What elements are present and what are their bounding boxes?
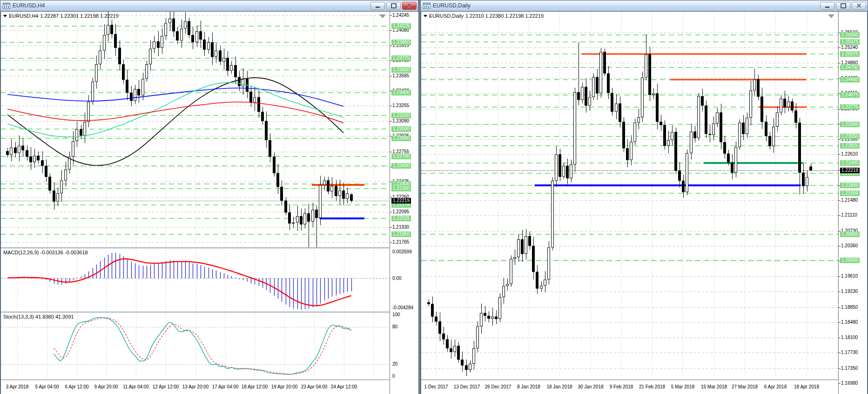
- price-axis-label: 1.23255: [392, 103, 409, 109]
- level-price-label: 1.23950: [391, 40, 411, 45]
- minimize-button[interactable]: [820, 2, 834, 10]
- price-axis-label: 1.21480: [841, 197, 858, 203]
- stoch-axis-label: 0: [392, 374, 395, 379]
- time-axis-label: 24 Apr 12:00: [331, 384, 357, 389]
- close-button[interactable]: [402, 2, 417, 10]
- quote-symbol: EURUSD,H4: [9, 13, 39, 19]
- h4-macd-canvas[interactable]: [1, 248, 390, 312]
- price-tick: [839, 139, 841, 140]
- restore-button[interactable]: [836, 2, 850, 10]
- symbol-dropdown-icon[interactable]: [424, 15, 427, 17]
- stoch-axis-label: 20: [392, 361, 397, 367]
- macd-axis-label: 0.00: [392, 276, 401, 281]
- price-tick: [839, 276, 841, 277]
- price-tick: [390, 76, 392, 76]
- chart-window-eurusd-h4[interactable]: EURUSD,H4 EURUSD,H4 1.22287 1.22301 1.22…: [0, 0, 418, 394]
- price-axis[interactable]: 1.256101.252401.248601.244801.241101.237…: [838, 12, 867, 394]
- price-tick: [390, 121, 392, 122]
- quote-ohlc: 1.22310 1.22380 1.22198 1.22219: [465, 13, 544, 19]
- symbol-dropdown-icon[interactable]: [3, 15, 7, 17]
- price-tick: [390, 227, 392, 228]
- chart-window-icon: [423, 3, 431, 9]
- quote-symbol: EURUSD,Daily: [429, 13, 464, 19]
- chart-window-icon: [3, 3, 10, 9]
- price-axis-label: 1.17730: [841, 350, 858, 355]
- level-price-label: 1.22900: [391, 136, 411, 141]
- price-axis-label: 1.18850: [841, 305, 858, 310]
- price-axis[interactable]: 0.0026990.00-0.004284100802001.242451.24…: [390, 12, 418, 394]
- price-tick: [839, 292, 841, 292]
- time-axis-label: 13 Apr 20:00: [182, 384, 209, 389]
- time-axis-label: 5 Mar 2018: [671, 384, 695, 389]
- h4-stoch-canvas[interactable]: [1, 312, 390, 380]
- price-tick: [390, 242, 392, 243]
- price-tick: [390, 30, 392, 31]
- stoch-label: Stoch(13,3,3) 41.8380 41.3091: [3, 314, 74, 319]
- time-axis-label: 19 Apr 20:00: [271, 384, 298, 389]
- level-price-label: 1.21850: [391, 231, 411, 237]
- price-axis-label: 1.21765: [392, 239, 409, 245]
- pane-splitter[interactable]: [1, 312, 418, 313]
- pane-splitter[interactable]: [1, 247, 418, 249]
- restore-icon: [841, 3, 846, 8]
- price-tick: [390, 106, 392, 106]
- price-tick: [839, 154, 841, 155]
- time-axis-label: 6 Apr 12:00: [65, 384, 88, 389]
- level-price-label: 1.22025: [391, 216, 411, 221]
- level-price-label: 1.22700: [391, 154, 411, 159]
- price-axis-label: 1.23585: [392, 73, 409, 79]
- h4-price-chart-canvas[interactable]: [1, 12, 390, 247]
- price-axis-label: 1.24245: [392, 13, 409, 18]
- level-price-label: 1.23775: [840, 104, 860, 110]
- restore-button[interactable]: [386, 2, 401, 10]
- time-axis-label: 15 Mar 2018: [701, 384, 727, 389]
- level-price-label: 1.24075: [840, 92, 860, 98]
- level-price-label: 1.24750: [840, 65, 860, 70]
- quote-ohlc: 1.22287 1.22301 1.22198 1.22219: [40, 13, 119, 19]
- level-price-label: 1.20650: [840, 231, 860, 237]
- price-axis-label: 1.23090: [392, 118, 409, 124]
- level-price-label: 1.23350: [840, 122, 860, 127]
- price-axis-label: 1.22095: [392, 209, 409, 215]
- time-axis-label: 8 Jan 2018: [517, 384, 540, 389]
- price-tick: [839, 200, 841, 201]
- level-price-label: 1.23050: [840, 134, 860, 139]
- price-tick: [839, 246, 841, 246]
- level-price-label: 1.20000: [840, 258, 860, 263]
- minimize-button[interactable]: [370, 2, 385, 10]
- time-axis-label: 17 Apr 04:00: [212, 384, 239, 389]
- daily-price-chart-canvas[interactable]: [421, 12, 838, 379]
- time-axis-label: 1 Dec 2017: [424, 384, 448, 389]
- level-price-label: 1.24125: [391, 23, 411, 29]
- stoch-axis-label: 80: [392, 324, 397, 330]
- time-axis-label: 9 Feb 2018: [610, 384, 633, 389]
- time-axis-label: 23 Apr 04:00: [301, 384, 328, 389]
- current-price-label: 1.22219: [840, 168, 860, 173]
- quote-header: EURUSD,H4 1.22287 1.22301 1.22198 1.2221…: [3, 13, 119, 19]
- time-axis[interactable]: 1 Dec 201713 Dec 201726 Dec 20178 Jan 20…: [421, 380, 838, 394]
- stoch-axis-label: 100: [392, 312, 400, 318]
- price-tick: [839, 215, 841, 216]
- macd-axis-label: -0.004284: [392, 305, 413, 311]
- close-button[interactable]: [852, 2, 866, 10]
- time-axis[interactable]: 3 Apr 20185 Apr 04:006 Apr 12:009 Apr 20…: [1, 380, 390, 394]
- level-price-label: 1.22825: [840, 143, 860, 149]
- time-axis-label: 11 Apr 04:00: [123, 384, 149, 389]
- price-tick: [390, 212, 392, 212]
- chart-window-eurusd-daily[interactable]: EURUSD,Daily EURUSD,Daily 1.22310 1.2238…: [420, 0, 868, 394]
- window-title: EURUSD,H4: [13, 2, 369, 9]
- price-tick: [839, 307, 841, 308]
- titlebar[interactable]: EURUSD,Daily: [421, 0, 868, 11]
- titlebar[interactable]: EURUSD,H4: [0, 0, 418, 11]
- price-tick: [839, 338, 841, 338]
- price-axis-label: 1.19610: [841, 273, 858, 279]
- price-tick: [839, 383, 841, 384]
- price-tick: [839, 63, 841, 63]
- close-icon: [856, 3, 861, 8]
- time-axis-label: 6 Apr 2018: [764, 384, 787, 389]
- restore-icon: [391, 3, 397, 8]
- price-axis-label: 1.17350: [841, 366, 858, 371]
- price-tick: [390, 46, 392, 46]
- price-tick: [390, 15, 392, 16]
- level-price-label: 1.21650: [840, 190, 860, 196]
